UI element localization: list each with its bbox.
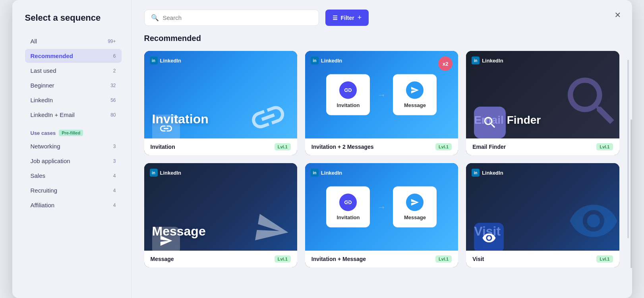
sidebar-item-affiliation[interactable]: Affiliation 4 (25, 198, 122, 212)
linkedin-badge: in LinkedIn (472, 56, 503, 64)
sidebar-item-label: Job application (31, 158, 70, 164)
card-image: in LinkedIn Email Finder (466, 51, 619, 138)
step-arrow: → (377, 202, 386, 212)
sidebar-item-label: Recruiting (31, 187, 58, 194)
sidebar-item-count: 56 (110, 97, 116, 103)
linkedin-icon: in (472, 56, 480, 64)
prefilled-badge: Pre-filled (59, 130, 83, 136)
card-image: in LinkedIn Visit (466, 163, 619, 251)
card-invitation-2msg[interactable]: in LinkedIn x2 Invitation → (305, 51, 458, 155)
sidebar-item-label: Networking (31, 143, 60, 150)
step-card-invitation: Invitation (326, 74, 370, 115)
step-icon (406, 82, 424, 99)
card-label: Invitation + 2 Messages (311, 144, 374, 150)
sidebar-item-count: 3 (113, 158, 116, 164)
card-footer: Invitation + Message Lvl.1 (305, 251, 458, 267)
paper-decoration (246, 207, 297, 251)
level-badge: Lvl.1 (275, 255, 291, 263)
sidebar-item-label: Affiliation (31, 202, 55, 208)
linkedin-badge: in LinkedIn (311, 169, 342, 177)
card-label: Message (151, 256, 174, 262)
linkedin-icon: in (311, 56, 319, 64)
step-card-message: Message (393, 74, 437, 115)
step-icon (406, 194, 424, 211)
card-invitation-msg[interactable]: in LinkedIn Invitation → (305, 163, 458, 267)
level-badge: Lvl.1 (275, 143, 291, 150)
linkedin-badge: in LinkedIn (311, 56, 342, 64)
sidebar-item-last-used[interactable]: Last used 2 (25, 64, 122, 78)
sidebar-item-count: 32 (110, 83, 116, 88)
sidebar-item-count: 4 (113, 203, 116, 208)
add-icon: + (358, 14, 362, 22)
sidebar-item-count: 6 (113, 53, 116, 59)
visit-icon (474, 223, 504, 251)
card-email-finder[interactable]: in LinkedIn Email Finder Email Finder Lv… (466, 51, 619, 155)
sidebar-item-count: 4 (113, 188, 116, 193)
step-card-message: Message (393, 187, 437, 228)
card-message[interactable]: in LinkedIn Message Message Lvl.1 (144, 163, 297, 267)
filter-button[interactable]: ☰ Filter + (325, 10, 369, 26)
main-scrollbar[interactable] (627, 60, 629, 238)
sidebar-item-linkedin-email[interactable]: LinkedIn + Email 80 (25, 108, 122, 122)
two-step-container: Invitation → Message (326, 74, 437, 115)
linkedin-icon: in (472, 169, 480, 177)
sidebar-item-count: 99+ (108, 39, 116, 44)
sidebar-item-recommended[interactable]: Recommended 6 (25, 49, 122, 63)
card-invitation[interactable]: in LinkedIn Invitation Invitation Lvl.1 (144, 51, 297, 155)
sidebar-item-all[interactable]: All 99+ (25, 34, 122, 48)
linkedin-icon: in (311, 169, 319, 177)
sidebar-item-label: LinkedIn + Email (31, 111, 75, 118)
linkedin-icon: in (150, 169, 158, 177)
level-badge: Lvl.1 (435, 143, 452, 150)
card-image: in LinkedIn x2 Invitation → (305, 51, 458, 138)
main-content: 🔍 ☰ Filter + Recommended in LinkedIn Inv… (132, 0, 632, 298)
linkedin-badge: in LinkedIn (150, 56, 181, 64)
x2-badge: x2 (438, 56, 453, 71)
level-badge: Lvl.1 (596, 143, 613, 150)
two-step-container: Invitation → Message (326, 187, 437, 228)
sidebar-item-count: 4 (113, 173, 116, 179)
linkedin-badge: in LinkedIn (472, 169, 503, 177)
sidebar-item-label: All (31, 38, 37, 45)
card-label: Invitation + Message (311, 256, 366, 262)
card-footer: Invitation + 2 Messages Lvl.1 (305, 138, 458, 155)
card-footer: Message Lvl.1 (144, 251, 297, 267)
level-badge: Lvl.1 (435, 255, 452, 263)
card-footer: Invitation Lvl.1 (144, 138, 297, 155)
sidebar-item-recruiting[interactable]: Recruiting 4 (25, 183, 122, 197)
sidebar-item-networking[interactable]: Networking 3 (25, 139, 122, 153)
sidebar-item-job-application[interactable]: Job application 3 (25, 154, 122, 168)
card-footer: Email Finder Lvl.1 (466, 138, 619, 155)
search-big-icon (474, 107, 506, 138)
sidebar-item-label: Beginner (31, 82, 54, 89)
step-icon (339, 82, 357, 99)
search-decoration (560, 70, 619, 138)
sidebar-item-beginner[interactable]: Beginner 32 (25, 78, 122, 92)
visit-decoration (564, 195, 619, 251)
sidebar-item-label: Recommended (31, 53, 73, 59)
invitation-icon (152, 115, 180, 138)
step-arrow: → (377, 90, 386, 100)
cards-grid: in LinkedIn Invitation Invitation Lvl.1 (144, 51, 619, 267)
search-input[interactable] (163, 14, 312, 21)
card-image: in LinkedIn Invitation (144, 51, 297, 138)
card-image: in LinkedIn Invitation → (305, 163, 458, 251)
section-title: Recommended (144, 34, 619, 43)
select-sequence-modal: Select a sequence All 99+ Recommended 6 … (12, 0, 632, 298)
message-icon (152, 227, 180, 251)
sidebar-item-label: Last used (31, 67, 56, 74)
sidebar-item-sales[interactable]: Sales 4 (25, 169, 122, 183)
sidebar: Select a sequence All 99+ Recommended 6 … (12, 0, 132, 298)
sidebar-item-linkedin[interactable]: LinkedIn 56 (25, 93, 122, 107)
linkedin-badge: in LinkedIn (150, 169, 181, 177)
use-cases-section: Use cases Pre-filled (31, 130, 116, 136)
main-header: 🔍 ☰ Filter + (144, 10, 619, 26)
sidebar-item-label: LinkedIn (31, 97, 53, 103)
sidebar-item-label: Sales (31, 172, 46, 179)
step-icon (339, 194, 357, 211)
search-box[interactable]: 🔍 (144, 10, 319, 26)
card-footer: Visit Lvl.1 (466, 251, 619, 267)
card-label: Invitation (151, 144, 175, 150)
card-visit[interactable]: in LinkedIn Visit Visit Lvl.1 (466, 163, 619, 267)
close-button[interactable]: × (615, 9, 621, 21)
